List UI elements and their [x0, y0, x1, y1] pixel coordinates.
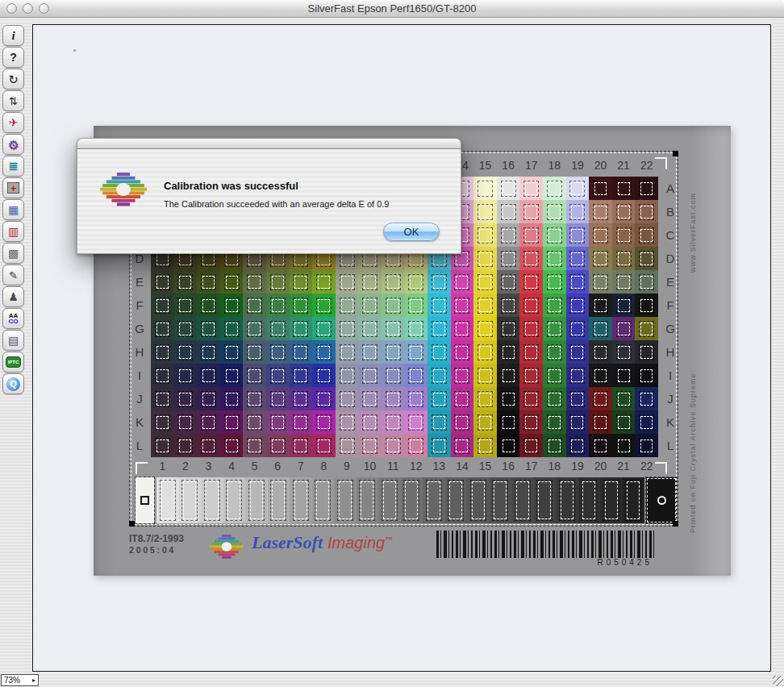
calibration-result-dialog: Calibration was successful The Calibrati…	[77, 138, 461, 254]
rotate-icon: ↻	[8, 73, 19, 85]
column-number: 21	[612, 156, 636, 174]
color-patch-G15	[473, 317, 497, 340]
color-patch-I9	[336, 364, 359, 387]
rotate-button[interactable]: ↻	[2, 69, 24, 90]
gray-step-12	[401, 477, 423, 523]
selection-handle[interactable]	[673, 151, 678, 156]
color-patch-E6	[266, 270, 290, 294]
close-button[interactable]	[6, 3, 17, 14]
gray-step-14	[445, 477, 468, 523]
color-patch-G14	[451, 317, 474, 340]
gray-step-6	[268, 477, 290, 523]
color-patch-J12	[405, 387, 428, 410]
color-patch-F3	[197, 294, 220, 317]
color-patch-H20	[589, 340, 612, 364]
iptc-button[interactable]: IPTC	[2, 352, 24, 373]
column-number: 9	[336, 457, 359, 475]
color-patch-G9	[336, 317, 359, 340]
scan-settings-button[interactable]: ⚙	[2, 134, 24, 155]
row-letter: K	[662, 410, 678, 434]
color-patch-D21	[612, 247, 636, 270]
color-patch-L3	[197, 434, 220, 457]
trademark-symbol: ™	[385, 535, 392, 543]
color-patch-J14	[451, 387, 474, 410]
color-patch-E18	[543, 270, 566, 294]
color-patch-F12	[405, 294, 428, 317]
color-patch-A15	[473, 177, 497, 200]
window-resize-grip[interactable]	[773, 676, 783, 686]
color-patch-K18	[543, 410, 566, 434]
flip-mirror-button[interactable]: ⇅	[2, 90, 24, 111]
color-patch-B16	[497, 200, 520, 223]
ok-button[interactable]: OK	[383, 223, 440, 241]
scan-preview-area[interactable]: 12345678910111213141516171819202122 1234…	[32, 24, 771, 672]
color-patch-E16	[497, 270, 520, 294]
column-number: 17	[519, 457, 543, 475]
color-patch-G2	[174, 317, 198, 340]
add-frame-button[interactable]: +	[2, 177, 24, 198]
color-patch-I17	[519, 364, 543, 387]
barcode-number: R050425	[436, 558, 656, 567]
gray-step-9	[334, 477, 357, 523]
gray-step-10	[357, 477, 379, 523]
info-button[interactable]: i	[2, 25, 24, 46]
gray-step-11	[378, 477, 401, 523]
image-type-button[interactable]: ≣	[2, 156, 24, 177]
zoom-level-control[interactable]: 73% ▸	[1, 674, 39, 686]
color-patch-L22	[635, 434, 658, 457]
color-patch-H22	[635, 340, 658, 364]
help-button[interactable]: ?	[2, 47, 24, 68]
selection-handle[interactable]	[129, 521, 135, 527]
row-letter: J	[662, 387, 678, 410]
frame-sets-button[interactable]: ▦	[2, 199, 24, 220]
color-patch-L15	[473, 434, 497, 457]
color-patch-H7	[290, 340, 313, 364]
color-patch-E17	[519, 270, 543, 294]
color-patch-G3	[197, 317, 220, 340]
paper-type-text: Printed on Fuji Crystal Archive Supreme	[689, 348, 697, 533]
zoom-button[interactable]	[39, 3, 49, 14]
gray-step-7	[290, 477, 312, 523]
color-patch-D16	[497, 247, 520, 270]
column-number: 20	[589, 457, 612, 475]
color-patch-I7	[290, 364, 313, 387]
print-button[interactable]: ▤	[2, 330, 24, 351]
color-patch-C22	[635, 223, 658, 247]
stamp-button[interactable]: ♟	[2, 286, 24, 307]
column-number: 16	[497, 457, 520, 475]
title-bar[interactable]: SilverFast Epson Perf1650/GT-8200	[0, 0, 784, 18]
thumbnails-button[interactable]: ▩	[2, 243, 24, 264]
quicktime-button[interactable]: Q	[2, 373, 24, 394]
color-patch-C21	[612, 223, 636, 247]
color-patch-G17	[519, 317, 543, 340]
color-patch-I2	[174, 364, 198, 387]
color-patch-E2	[174, 270, 198, 294]
column-number: 1	[151, 457, 174, 475]
color-patch-E12	[405, 270, 428, 294]
stamp-icon: ♟	[8, 291, 19, 302]
densitometer-button[interactable]: ✎	[2, 264, 24, 285]
scan-settings-icon: ⚙	[8, 139, 19, 151]
color-patch-H2	[174, 340, 198, 364]
color-patch-G19	[566, 317, 590, 340]
row-letter: F	[131, 294, 148, 317]
dialog-title-bar[interactable]	[77, 138, 461, 149]
color-patch-G18	[543, 317, 566, 340]
color-patch-J8	[312, 387, 336, 410]
gray-step-5	[245, 477, 268, 523]
color-patch-K2	[174, 410, 198, 434]
delete-frame-button[interactable]: ▥	[2, 221, 24, 242]
tool-palette: i?↻⇅✈⚙≣+▦▥▩✎♟AACO▤IPTCQ	[2, 25, 28, 394]
row-letters-right: ABCDEFGHIJKL	[662, 177, 678, 457]
row-letter: E	[131, 270, 148, 294]
minimize-button[interactable]	[23, 3, 33, 14]
color-patch-I15	[473, 364, 497, 387]
color-patch-H17	[519, 340, 543, 364]
color-patch-L21	[612, 434, 636, 457]
prescan-button[interactable]: ✈	[2, 112, 24, 133]
gray-step-18	[534, 477, 557, 523]
color-patch-B21	[612, 200, 636, 223]
corner-mark	[136, 462, 148, 474]
text-overlay-button[interactable]: AACO	[2, 308, 24, 329]
column-number: 13	[427, 457, 451, 475]
